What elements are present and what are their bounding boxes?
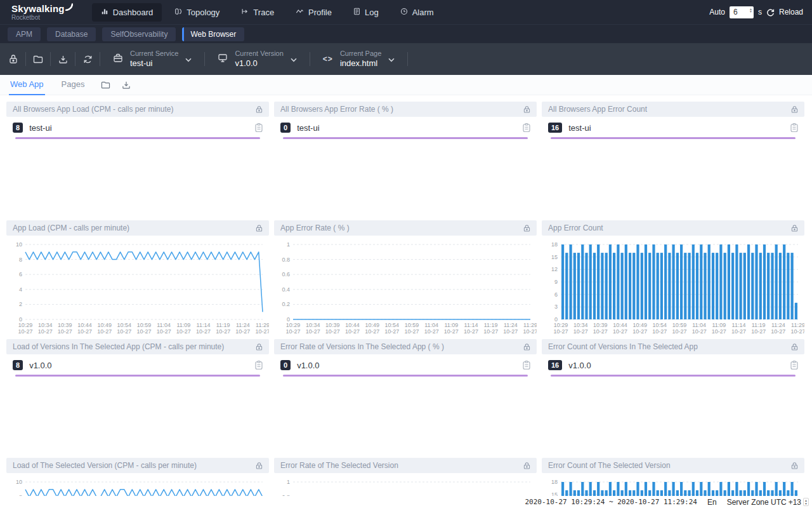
svg-text:10-27: 10-27 <box>790 328 804 335</box>
metric-progress-bar <box>15 137 260 139</box>
nav-item-log[interactable]: Log <box>344 3 388 22</box>
lock-icon[interactable] <box>791 105 798 114</box>
selector-label: Current Service <box>130 49 178 58</box>
svg-text:11:14: 11:14 <box>464 322 478 328</box>
sync-toolbar-icon[interactable] <box>78 55 97 64</box>
card-title: All Browsers App Error Rate ( % ) <box>280 105 523 114</box>
svg-text:10:49: 10:49 <box>632 322 647 328</box>
svg-text:0.2: 0.2 <box>282 301 290 307</box>
copy-icon[interactable] <box>790 361 798 370</box>
download-toolbar-icon[interactable] <box>53 55 72 64</box>
current-page-selector[interactable]: <> Current Page index.html <box>313 49 405 69</box>
nav-item-trace[interactable]: Trace <box>232 3 283 22</box>
svg-text:6: 6 <box>554 291 558 298</box>
svg-text:18: 18 <box>551 479 558 485</box>
toolbar-divider <box>25 52 26 66</box>
svg-text:10-27: 10-27 <box>553 328 568 335</box>
svg-text:10-27: 10-27 <box>157 328 171 335</box>
svg-text:10-27: 10-27 <box>176 328 191 335</box>
tab-selfobservability[interactable]: SelfObservability <box>102 27 176 41</box>
lock-icon[interactable] <box>256 343 263 351</box>
svg-text:11:09: 11:09 <box>712 322 726 328</box>
svg-text:11:19: 11:19 <box>484 322 498 328</box>
zone-stepper[interactable]: ▲▼ <box>803 498 809 506</box>
download-view-icon[interactable] <box>122 81 131 90</box>
server-zone-control: Server Zone UTC +13 ▲▼ <box>727 498 809 507</box>
metric-row: 0test-ui <box>274 121 537 134</box>
svg-text:18: 18 <box>551 241 558 248</box>
metric-body: 0v1.0.0 <box>274 354 537 377</box>
copy-icon[interactable] <box>790 123 798 132</box>
svg-text:10-27: 10-27 <box>424 328 439 335</box>
refresh-icon[interactable] <box>766 8 775 17</box>
svg-text:9: 9 <box>554 279 558 285</box>
lock-icon[interactable] <box>256 105 263 114</box>
nav-item-dashboard[interactable]: Dashboard <box>92 3 162 22</box>
tab-web-browser[interactable]: Web Browser <box>182 27 244 41</box>
interval-stepper[interactable]: ▲▼ <box>749 8 752 13</box>
nav-item-topology[interactable]: Topology <box>166 3 228 22</box>
comet-swoosh-icon <box>65 3 73 13</box>
lock-icon[interactable] <box>523 105 530 114</box>
svg-text:11:29: 11:29 <box>256 322 269 328</box>
svg-text:10:29: 10:29 <box>554 322 568 328</box>
folder-toolbar-icon[interactable] <box>29 55 48 64</box>
lock-icon[interactable] <box>791 343 798 351</box>
metric-value-badge: 0 <box>280 123 291 133</box>
card-header: All Browsers App Error Rate ( % ) <box>274 102 537 117</box>
lock-icon[interactable] <box>523 343 530 351</box>
lock-icon[interactable] <box>791 462 798 470</box>
metric-label: test-ui <box>297 123 523 133</box>
copy-icon[interactable] <box>523 123 530 132</box>
nav-item-profile[interactable]: Profile <box>287 3 341 22</box>
current-service-selector[interactable]: Current Service test-ui <box>103 49 202 69</box>
svg-text:15: 15 <box>551 254 558 260</box>
nav-label: Profile <box>308 8 332 17</box>
metric-card: Load of Versions In The Selected App (CP… <box>6 339 269 456</box>
lock-icon[interactable] <box>791 224 798 232</box>
lock-toolbar-icon[interactable] <box>4 54 23 64</box>
folder-view-icon[interactable] <box>101 81 110 89</box>
lock-icon[interactable] <box>523 224 530 232</box>
svg-text:10:49: 10:49 <box>365 322 379 328</box>
tab-apm[interactable]: APM <box>8 27 41 41</box>
lock-icon[interactable] <box>256 462 263 470</box>
svg-text:10-27: 10-27 <box>345 328 360 335</box>
tab-web-app[interactable]: Web App <box>9 75 45 95</box>
copy-icon[interactable] <box>255 123 263 132</box>
copy-icon[interactable] <box>523 361 530 370</box>
svg-text:11:04: 11:04 <box>692 322 706 328</box>
copy-icon[interactable] <box>255 361 263 370</box>
svg-text:10-27: 10-27 <box>136 328 151 335</box>
svg-text:10-27: 10-27 <box>306 328 320 335</box>
current-version-selector[interactable]: Current Version v1.0.0 <box>207 49 306 69</box>
lock-icon[interactable] <box>256 224 263 232</box>
lock-icon[interactable] <box>523 462 530 470</box>
svg-text:11:19: 11:19 <box>752 322 766 328</box>
selector-label: Current Version <box>235 49 283 58</box>
language-selector[interactable]: En <box>707 498 717 507</box>
nav-item-alarm[interactable]: Alarm <box>391 3 443 22</box>
svg-text:10:59: 10:59 <box>405 322 419 328</box>
footer-bar: 2020-10-27 10:29:24 ~ 2020-10-27 11:29:2… <box>0 496 812 508</box>
reload-button[interactable]: Reload <box>779 8 803 17</box>
metric-body: 16v1.0.0 <box>542 354 804 377</box>
app-error-rate-chart: 00.20.40.60.8110:2910-2710:3410-2710:391… <box>274 236 537 336</box>
nav-label: Dashboard <box>113 8 154 17</box>
svg-text:10-27: 10-27 <box>58 328 72 335</box>
chart-card: App Error Rate ( % )00.20.40.60.8110:291… <box>274 220 537 337</box>
tab-database[interactable]: Database <box>47 27 96 41</box>
card-header: Error Count of The Selected Version <box>542 458 804 473</box>
card-header: Error Rate of The Selected Version <box>274 458 537 473</box>
card-title: Error Count of Versions In The Selected … <box>548 342 791 351</box>
card-title: All Browsers App Load (CPM - calls per m… <box>13 105 256 114</box>
time-range-picker[interactable]: 2020-10-27 10:29:24 ~ 2020-10-27 11:29:2… <box>525 498 697 506</box>
metric-progress-bar <box>283 375 528 377</box>
svg-text:11:29: 11:29 <box>791 322 804 328</box>
tab-pages[interactable]: Pages <box>60 75 86 95</box>
svg-text:10-27: 10-27 <box>613 328 627 335</box>
svg-text:10-27: 10-27 <box>731 328 746 335</box>
nav-label: Trace <box>253 8 274 17</box>
svg-text:10:34: 10:34 <box>573 322 588 328</box>
svg-text:11:19: 11:19 <box>216 322 230 328</box>
